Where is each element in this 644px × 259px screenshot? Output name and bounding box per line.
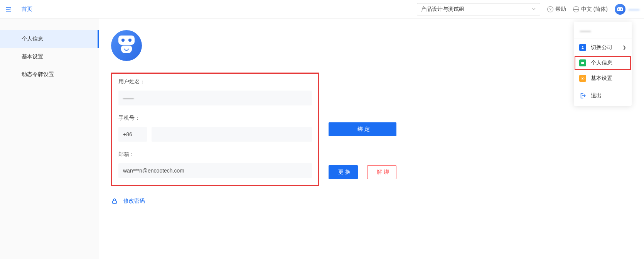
change-password-label: 修改密码 [123,198,145,205]
change-email-button[interactable]: 更换 [329,165,358,179]
main-content: 用户姓名： 手机号： 邮箱： 绑定 更换 [99,19,644,259]
email-group: 邮箱： [118,151,312,178]
username-group: 用户姓名： [118,78,312,105]
sidebar-item-personal-info[interactable]: 个人信息 [0,30,99,48]
username-input[interactable] [118,91,312,105]
divider [574,87,632,87]
user-menu-username: —— [574,24,632,38]
menu-item-label: 退出 [591,92,602,99]
globe-icon [573,6,579,12]
unbind-email-button[interactable]: 解绑 [367,165,396,179]
help-label: 帮助 [555,6,566,13]
bind-phone-button[interactable]: 绑定 [329,122,396,136]
user-menu: —— 切换公司 ❯ 个人信息 基本设置 [574,22,632,106]
app-header: 首页 产品设计与测试组 ? 帮助 中文 (简体) —— [0,0,644,19]
username-label: 用户姓名： [118,78,312,85]
svg-rect-3 [113,201,117,203]
lock-icon [111,198,118,205]
help-link[interactable]: ? 帮助 [547,6,566,13]
header-right: 产品设计与测试组 ? 帮助 中文 (简体) —— [417,3,639,15]
phone-group: 手机号： [118,115,312,142]
svg-rect-5 [581,62,584,64]
email-label: 邮箱： [118,151,312,158]
language-label: 中文 (简体) [581,6,608,13]
chevron-down-icon [531,6,536,12]
sidebar-item-label: 基本设置 [22,53,43,59]
menu-item-basic-settings[interactable]: 基本设置 [574,71,632,86]
change-password-link[interactable]: 修改密码 [111,198,632,205]
sidebar-item-label: 个人信息 [22,36,43,42]
phone-label: 手机号： [118,115,312,122]
divider [574,39,632,39]
chevron-right-icon: ❯ [622,45,626,50]
menu-toggle-icon[interactable] [5,5,12,13]
org-select[interactable]: 产品设计与测试组 [417,3,540,15]
username-header[interactable]: —— [629,6,639,12]
menu-item-logout[interactable]: 退出 [574,88,632,103]
sidebar-item-token-settings[interactable]: 动态令牌设置 [0,66,99,83]
svg-point-6 [582,78,583,79]
avatar[interactable] [615,4,625,15]
id-card-icon [579,59,586,66]
sidebar-item-basic-settings[interactable]: 基本设置 [0,48,99,66]
svg-point-4 [582,46,583,47]
org-select-value: 产品设计与测试组 [421,6,464,13]
profile-form-highlight: 用户姓名： 手机号： 邮箱： [111,73,319,186]
breadcrumb-home[interactable]: 首页 [22,6,32,13]
menu-item-label: 基本设置 [591,75,612,82]
avatar-large[interactable] [111,30,142,61]
menu-item-personal-info[interactable]: 个人信息 [574,55,632,71]
logout-icon [579,92,586,99]
menu-item-label: 个人信息 [591,59,612,66]
phone-prefix-input[interactable] [118,127,147,142]
language-select[interactable]: 中文 (简体) [573,6,608,13]
gear-icon [579,75,586,82]
sidebar-item-label: 动态令牌设置 [22,71,54,77]
menu-item-switch-company[interactable]: 切换公司 ❯ [574,40,632,55]
sidebar: 个人信息 基本设置 动态令牌设置 [0,19,99,259]
help-icon: ? [547,6,553,12]
menu-item-label: 切换公司 [591,44,612,51]
phone-input[interactable] [152,127,312,142]
person-icon [579,44,586,51]
email-input[interactable] [118,163,312,178]
